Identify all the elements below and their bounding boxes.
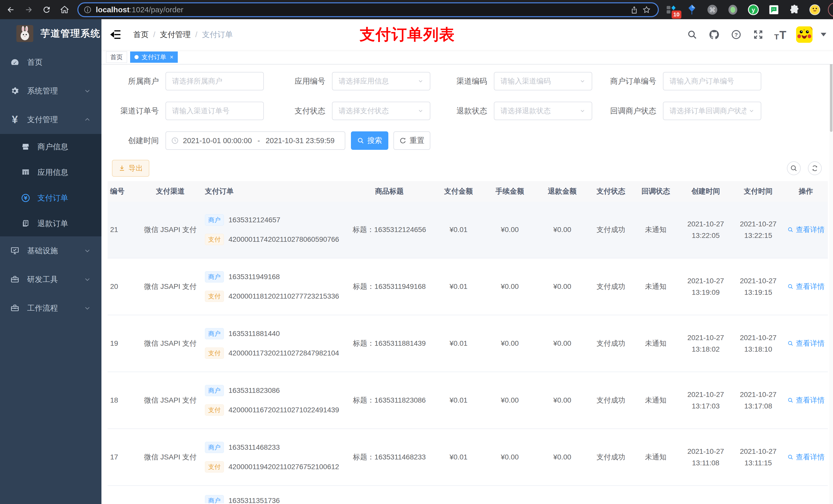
- sidebar-item-infrastructure[interactable]: 基础设施: [0, 236, 101, 265]
- pay-status: 支付成功: [589, 282, 633, 291]
- sidebar-item-workflow[interactable]: 工作流程: [0, 294, 101, 322]
- notify-status: 未通知: [633, 452, 679, 462]
- date-start-value: 2021-10-01 00:00:00: [183, 137, 252, 145]
- extensions-puzzle-icon[interactable]: [788, 4, 800, 16]
- extension-icon-kite[interactable]: [686, 4, 698, 16]
- reload-button[interactable]: [40, 3, 54, 17]
- sidebar-item-dev-tools[interactable]: 研发工具: [0, 265, 101, 294]
- chevron-down-icon: [84, 247, 91, 254]
- notify-status-select[interactable]: 请选择订单回调商户状态: [663, 102, 761, 120]
- col-refund: 退款金额: [536, 187, 589, 196]
- view-detail-link[interactable]: 查看详情: [787, 395, 825, 405]
- svg-text:⌘: ⌘: [709, 6, 716, 14]
- sidebar-item-payment[interactable]: ¥ 支付管理: [0, 105, 101, 134]
- table-toolbar: 导出: [101, 155, 833, 181]
- avatar-caret-icon[interactable]: [821, 33, 826, 37]
- refund-amount: ¥0.00: [536, 283, 589, 291]
- channel-order-no-input[interactable]: 请输入渠道订单号: [165, 102, 264, 120]
- col-id: 编号: [108, 187, 138, 196]
- create-time-range-picker[interactable]: 2021-10-01 00:00:00 - 2021-10-31 23:59:5…: [165, 131, 345, 150]
- close-icon[interactable]: ×: [170, 53, 173, 61]
- extension-icon-1[interactable]: 10: [665, 4, 677, 16]
- grid-icon: [21, 168, 31, 177]
- toggle-search-button[interactable]: [787, 161, 801, 175]
- bookmark-star-icon[interactable]: [640, 4, 653, 16]
- site-info-icon[interactable]: [84, 6, 92, 14]
- pay-status: 支付成功: [589, 339, 633, 348]
- merchant-order-no-input[interactable]: 请输入商户订单编号: [663, 72, 761, 90]
- refund-amount: ¥0.00: [536, 339, 589, 347]
- chevron-down-icon: [418, 108, 424, 114]
- view-detail-link[interactable]: 查看详情: [787, 225, 825, 235]
- col-pay-order: 支付订单: [203, 187, 346, 196]
- svg-text:y: y: [752, 6, 755, 13]
- extension-icon-command[interactable]: ⌘: [707, 4, 718, 16]
- merchant-order-no: 1635311949168: [229, 273, 280, 281]
- extension-icon-chat[interactable]: [768, 4, 780, 16]
- extension-badge: 10: [672, 10, 681, 19]
- browser-update-button[interactable]: 更新: [828, 3, 833, 17]
- chevron-up-icon: [84, 116, 91, 123]
- help-icon[interactable]: ?: [730, 28, 742, 41]
- paid-time: 2021-10-2713:11:15: [733, 446, 784, 469]
- logo-rabbit-image: [16, 25, 33, 42]
- sidebar-logo[interactable]: 芋道管理系统: [0, 19, 101, 48]
- search-icon[interactable]: [686, 28, 698, 41]
- extension-icon-green-dot[interactable]: [727, 4, 739, 16]
- sidebar-item-pay-order[interactable]: ¥ 支付订单: [0, 185, 101, 211]
- app-select[interactable]: 请选择应用信息: [332, 72, 430, 90]
- orders-table: 编号 支付渠道 支付订单 商品标题 支付金额 手续金额 退款金额 支付状态 回调…: [108, 181, 828, 503]
- sidebar-item-home[interactable]: 首页: [0, 48, 101, 77]
- gear-icon: [9, 86, 21, 96]
- font-size-icon[interactable]: TT: [774, 28, 786, 41]
- sidebar-item-system[interactable]: 系统管理: [0, 77, 101, 105]
- reset-button[interactable]: 重置: [394, 131, 430, 150]
- created-time: 2021-10-2713:11:08: [679, 446, 733, 469]
- sidebar-item-label: 基础设施: [27, 246, 84, 256]
- sidebar-item-refund-order[interactable]: 退款订单: [0, 211, 101, 236]
- extension-icon-y-green[interactable]: y: [747, 4, 759, 16]
- sidebar-item-merchant-info[interactable]: 商户信息: [0, 134, 101, 160]
- view-detail-link[interactable]: 查看详情: [787, 282, 825, 291]
- channel-order-no: 4200001174202110278060590766: [229, 235, 339, 243]
- merchant-select[interactable]: 请选择所属商户: [165, 72, 264, 90]
- created-time: 2021-10-2713:18:02: [679, 332, 733, 355]
- refund-amount: ¥0.00: [536, 396, 589, 404]
- profile-avatar-icon[interactable]: [809, 4, 821, 16]
- back-button[interactable]: [4, 3, 18, 17]
- breadcrumb-home[interactable]: 首页: [133, 29, 148, 40]
- pay-channel: 微信 JSAPI 支付: [138, 452, 203, 462]
- breadcrumb-payment[interactable]: 支付管理: [160, 29, 191, 40]
- pay-status: 支付成功: [589, 395, 633, 405]
- pay-status-select[interactable]: 请选择支付状态: [332, 102, 430, 120]
- search-button[interactable]: 搜索: [351, 131, 388, 150]
- tab-label: 支付订单: [142, 53, 166, 61]
- home-button[interactable]: [57, 3, 72, 17]
- pay-tag: 支付: [205, 347, 224, 359]
- share-icon[interactable]: [628, 4, 640, 16]
- chevron-down-icon: [84, 88, 91, 94]
- user-avatar[interactable]: [796, 26, 812, 43]
- pay-order-cell: 商户 1635311823086 支付 42000011672021102710…: [203, 385, 346, 416]
- shop-icon: [21, 142, 31, 151]
- forward-button[interactable]: [22, 3, 36, 17]
- sidebar-item-app-info[interactable]: 应用信息: [0, 160, 101, 185]
- channel-code-select[interactable]: 请输入渠道编码: [494, 72, 592, 90]
- tab-pay-order[interactable]: 支付订单 ×: [130, 51, 178, 63]
- top-navbar: 首页 / 支付管理 / 支付订单 支付订单列表 ?: [101, 19, 833, 50]
- fullscreen-icon[interactable]: [752, 28, 764, 41]
- address-bar[interactable]: localhost:1024/pay/order: [77, 2, 659, 17]
- col-paid: 支付时间: [733, 187, 784, 196]
- channel-order-no: 4200001194202110276752100612: [229, 463, 339, 471]
- view-detail-link[interactable]: 查看详情: [787, 452, 825, 462]
- sidebar-collapse-icon[interactable]: [110, 29, 121, 40]
- tab-home[interactable]: 首页: [106, 51, 127, 63]
- breadcrumb-current: 支付订单: [202, 29, 233, 40]
- view-detail-link[interactable]: 查看详情: [787, 339, 825, 348]
- github-icon[interactable]: [708, 28, 720, 41]
- fee-amount: ¥0.00: [484, 339, 536, 347]
- refund-status-select[interactable]: 请选择退款状态: [494, 102, 592, 120]
- page-scrollbar[interactable]: [829, 19, 833, 504]
- export-button[interactable]: 导出: [112, 160, 149, 177]
- refresh-button[interactable]: [808, 161, 822, 175]
